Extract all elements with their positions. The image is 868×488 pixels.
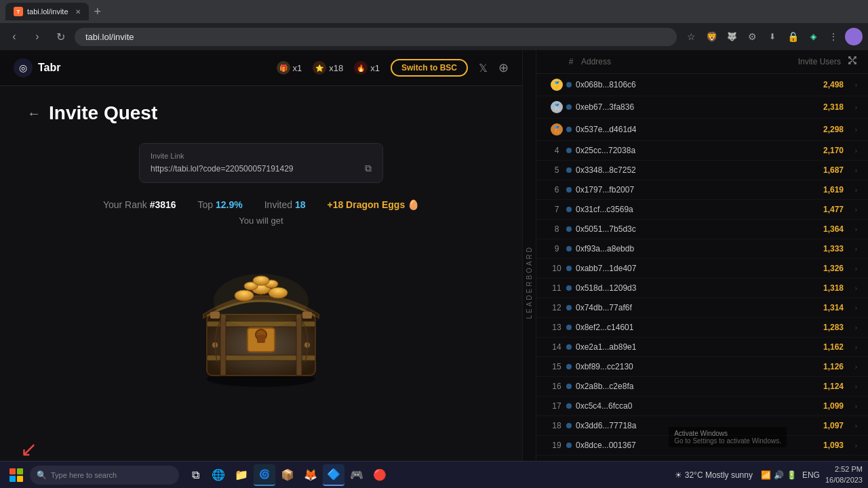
table-row[interactable]: 4 0x25cc...72038a 2,170 › (536, 141, 868, 161)
taskbar-app-explorer[interactable]: 📁 (231, 464, 252, 486)
taskbar-app-4[interactable]: 📦 (277, 464, 298, 486)
tab-close-button[interactable]: ✕ (75, 8, 81, 16)
token-chest-icon: 🎁 (277, 61, 290, 75)
row-rank: 🥈 (547, 101, 566, 113)
row-dot-icon (566, 325, 572, 330)
table-row[interactable]: 🥇 0x068b...8106c6 2,498 › (536, 74, 868, 96)
row-rank: 4 (547, 146, 566, 155)
row-rank: 6 (547, 185, 566, 195)
taskbar-time: 2:52 PM (825, 464, 863, 474)
rank-number: 18 (552, 421, 561, 430)
taskbar: 🔍 Type here to search ⧉ 🌐 📁 🌀 📦 🦊 🔷 🎮 🔴 … (0, 461, 868, 488)
table-row[interactable]: 15 0xbf89...cc2130 1,126 › (536, 357, 868, 377)
table-row[interactable]: 19 0x8dce...001367 1,093 › (536, 436, 868, 455)
row-dot-icon (566, 423, 572, 428)
row-dot-icon (566, 403, 572, 409)
row-address: 0xeb67...3fa836 (576, 102, 803, 112)
switch-to-bsc-button[interactable]: Switch to BSC (391, 59, 468, 77)
weather-icon: ☀ (675, 470, 682, 480)
table-row[interactable]: 🥈 0xeb67...3fa836 2,318 › (536, 96, 868, 119)
profile-avatar[interactable] (845, 28, 863, 45)
rank-number: 15 (552, 362, 561, 371)
taskbar-app-5[interactable]: 🦊 (300, 464, 321, 486)
corner-arrow-icon: ↙ (20, 437, 37, 461)
svg-rect-5 (296, 314, 302, 375)
twitter-icon[interactable]: 𝕏 (479, 62, 488, 75)
discord-icon[interactable]: ⊕ (498, 60, 509, 75)
token-2-count: x18 (329, 63, 343, 73)
extension-icon-2[interactable]: 🐺 (723, 28, 741, 45)
medal-silver-icon: 🥈 (551, 101, 563, 113)
token-3: 🔥 x1 (354, 61, 380, 75)
table-row[interactable]: 17 0xc5c4...6fcca0 1,099 › (536, 396, 868, 416)
row-score: 1,097 (803, 421, 844, 430)
row-score: 1,124 (803, 382, 844, 391)
start-square-3 (9, 476, 16, 482)
page-title-row: ← Invite Quest (27, 102, 495, 124)
taskbar-app-7[interactable]: 🎮 (346, 464, 368, 486)
row-dot-icon (566, 207, 572, 212)
app-container: ◎ Tabr 🎁 x1 ⭐ x18 🔥 x1 Switch to BSC (0, 50, 868, 488)
reload-nav-button[interactable]: ↻ (52, 28, 69, 45)
table-row[interactable]: 18 0x3dd6...77718a 1,097 › (536, 416, 868, 436)
windows-logo-icon (9, 468, 23, 482)
row-expand-icon: › (844, 324, 857, 331)
table-row[interactable]: 16 0x2a8b...c2e8fa 1,124 › (536, 377, 868, 396)
rank-label: Your Rank (103, 199, 150, 210)
new-tab-button[interactable]: + (90, 3, 106, 20)
row-address: 0x5051...7b5d3c (576, 224, 803, 234)
table-row[interactable]: 5 0x3348...8c7252 1,687 › (536, 161, 868, 180)
table-row[interactable]: 8 0x5051...7b5d3c 1,364 › (536, 220, 868, 239)
address-bar[interactable] (75, 28, 677, 46)
active-tab[interactable]: T tabi.lol/invite ✕ (5, 3, 89, 20)
extension-icon-1[interactable]: 🦁 (703, 28, 720, 45)
row-score: 1,318 (803, 283, 844, 293)
table-row[interactable]: 9 0xf93a...a8ebdb 1,333 › (536, 239, 868, 259)
row-dot-icon (566, 127, 572, 132)
back-nav-button[interactable]: ‹ (5, 28, 23, 45)
invite-link-container: Invite Link https://tabi.lol?code=220500… (139, 143, 383, 183)
table-row[interactable]: 10 0xabb7...1de407 1,326 › (536, 259, 868, 279)
taskbar-app-3[interactable]: 🌀 (254, 464, 275, 486)
token-star-icon: ⭐ (313, 61, 326, 75)
taskbar-search-box[interactable]: 🔍 Type here to search (30, 466, 179, 485)
forward-nav-button[interactable]: › (28, 28, 46, 45)
taskbar-app-taskview[interactable]: ⧉ (184, 464, 206, 486)
tab-label: tabi.lol/invite (27, 7, 68, 16)
row-score: 1,333 (803, 244, 844, 253)
extension-icon-4[interactable]: ⬇ (764, 28, 781, 45)
rank-number: 4 (555, 146, 559, 155)
copy-icon[interactable]: ⧉ (365, 163, 372, 174)
invite-link-text: https://tabi.lol?code=220500057191429 (151, 164, 359, 174)
table-row[interactable]: 13 0x8ef2...c14601 1,283 › (536, 318, 868, 338)
table-row[interactable]: 6 0x1797...fb2007 1,619 › (536, 180, 868, 200)
table-row[interactable]: 12 0x74db...77af6f 1,314 › (536, 298, 868, 318)
rank-number: 12 (552, 303, 561, 312)
table-row[interactable]: 11 0x518d...1209d3 1,318 › (536, 279, 868, 298)
taskbar-app-active[interactable]: 🔷 (323, 464, 344, 486)
extension-icon-3[interactable]: ⚙ (743, 28, 761, 45)
taskbar-apps: ⧉ 🌐 📁 🌀 📦 🦊 🔷 🎮 🔴 (184, 464, 391, 486)
row-expand-icon: › (844, 344, 857, 351)
row-expand-icon: › (844, 403, 857, 410)
menu-icon[interactable]: ⋮ (825, 28, 842, 45)
table-row[interactable]: 14 0xe2a1...ab89e1 1,162 › (536, 338, 868, 357)
extension-icon-5[interactable]: 🔒 (784, 28, 802, 45)
taskbar-app-8[interactable]: 🔴 (369, 464, 391, 486)
invited-value: 18 (295, 199, 306, 210)
table-row[interactable]: 🥉 0x537e...d461d4 2,298 › (536, 119, 868, 141)
back-arrow-button[interactable]: ← (27, 106, 41, 121)
page-content: ← Invite Quest Invite Link https://tabi.… (0, 86, 522, 415)
table-row[interactable]: 7 0x31cf...c3569a 1,477 › (536, 200, 868, 220)
taskbar-app-chrome[interactable]: 🌐 (208, 464, 229, 486)
stats-row: Your Rank #3816 Top 12.9% Invited 18 +18… (27, 199, 495, 210)
bookmark-icon[interactable]: ☆ (682, 28, 700, 45)
rank-number: 7 (555, 205, 559, 214)
start-button[interactable] (5, 464, 27, 486)
row-score: 2,298 (803, 125, 844, 134)
start-square-4 (17, 476, 23, 482)
invited-label: Invited (264, 199, 295, 210)
row-expand-icon: › (844, 167, 857, 174)
extension-icon-6[interactable]: ◈ (804, 28, 822, 45)
row-rank: 7 (547, 205, 566, 214)
